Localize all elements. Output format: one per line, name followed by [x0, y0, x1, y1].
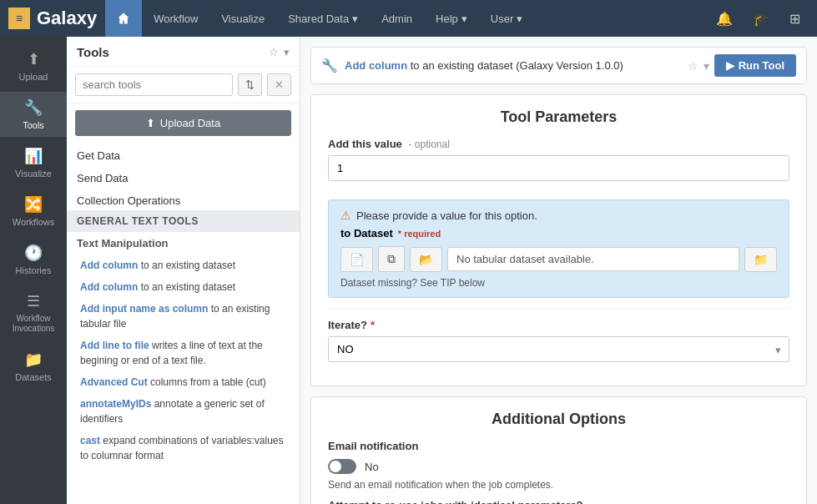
- tool-link-2[interactable]: Add input name as column: [80, 303, 208, 315]
- iterate-label: Iterate? *: [328, 319, 789, 331]
- sidebar-item-upload[interactable]: ⬆ Upload: [0, 43, 67, 88]
- dataset-file-icon-button[interactable]: 📄: [340, 247, 373, 272]
- add-value-label: Add this value - optional: [328, 138, 789, 150]
- iterate-required-star: *: [371, 319, 375, 331]
- iterate-select-wrapper: NO YES ▾: [328, 336, 789, 362]
- list-item[interactable]: Add input name as column to an existing …: [67, 298, 300, 335]
- tool-more-button[interactable]: ▾: [704, 59, 709, 73]
- email-toggle-row: No: [328, 459, 789, 474]
- tool-link-3[interactable]: Add line to file: [80, 340, 149, 351]
- nav-right-icons: 🔔 🎓 ⊞: [708, 0, 809, 37]
- graduation-icon[interactable]: 🎓: [744, 0, 778, 37]
- list-item[interactable]: Add column to an existing dataset: [67, 255, 300, 276]
- upload-btn-label: Upload Data: [160, 117, 220, 129]
- to-dataset-row: to Dataset * required: [340, 227, 777, 239]
- apps-icon[interactable]: ⊞: [781, 0, 809, 37]
- upload-data-button[interactable]: ⬆ Upload Data: [75, 110, 291, 136]
- sidebar-label-workflows: Workflows: [13, 217, 55, 227]
- workflows-icon: 🔀: [24, 195, 43, 214]
- email-notification-label: Email notification: [328, 440, 789, 452]
- tool-bar-desc: to an existing dataset (Galaxy Version 1…: [407, 59, 623, 72]
- nav-item-workflow[interactable]: Workflow: [142, 0, 209, 37]
- alert-icon: ⚠: [340, 209, 351, 222]
- nav-item-visualize[interactable]: Visualize: [209, 0, 276, 37]
- sidebar-item-tools[interactable]: 🔧 Tools: [0, 92, 67, 137]
- add-value-field: Add this value - optional: [328, 138, 789, 189]
- user-dropdown-icon: ▾: [517, 13, 522, 25]
- tool-parameters-card: Tool Parameters Add this value - optiona…: [310, 94, 807, 386]
- help-dropdown-icon: ▾: [461, 13, 467, 25]
- visualize-icon: 📊: [24, 147, 43, 165]
- sidebar-item-datasets[interactable]: 📁 Datasets: [0, 344, 67, 389]
- search-input[interactable]: [75, 73, 233, 96]
- brand: ≡ Galaxy: [8, 8, 97, 29]
- category-send-data[interactable]: Send Data: [67, 165, 300, 188]
- section-divider: [328, 308, 789, 309]
- email-description: Send an email notification when the job …: [328, 479, 789, 491]
- nav-item-user[interactable]: User ▾: [479, 0, 534, 37]
- nav-items: Workflow Visualize Shared Data ▾ Admin H…: [142, 0, 708, 37]
- tool-link-5[interactable]: annotateMyIDs: [80, 398, 151, 410]
- additional-options-title: Additional Options: [328, 411, 789, 428]
- nav-item-admin[interactable]: Admin: [370, 0, 424, 37]
- upload-icon: ⬆: [28, 50, 40, 68]
- run-icon: ▶: [726, 59, 734, 72]
- search-button[interactable]: ⇅: [238, 73, 262, 96]
- tool-link-1[interactable]: Add column: [80, 281, 138, 293]
- tool-link-6[interactable]: cast: [80, 435, 100, 446]
- home-nav-item[interactable]: [105, 0, 142, 37]
- tool-bar-link[interactable]: Add column: [345, 59, 407, 72]
- tool-link-0[interactable]: Add column: [80, 260, 138, 271]
- tool-star-button[interactable]: ☆: [688, 59, 698, 73]
- list-item[interactable]: cast expand combinations of variables:va…: [67, 430, 300, 466]
- sidebar-label-workflow-invocations: WorkflowInvocations: [13, 314, 55, 334]
- tools-more-icon[interactable]: ▾: [284, 46, 290, 58]
- sidebar-item-workflows[interactable]: 🔀 Workflows: [0, 189, 67, 234]
- nav-item-shared-data[interactable]: Shared Data ▾: [276, 0, 370, 37]
- sidebar-label-datasets: Datasets: [15, 372, 51, 382]
- tools-header: Tools ☆ ▾: [67, 37, 300, 67]
- tool-desc-4: columns from a table (cut): [148, 376, 266, 388]
- dataset-folder-icon-button[interactable]: 📂: [410, 247, 442, 272]
- notification-icon[interactable]: 🔔: [708, 0, 741, 37]
- params-title: Tool Parameters: [328, 108, 789, 126]
- sidebar-item-histories[interactable]: 🕐 Histories: [0, 237, 67, 282]
- dataset-open-button[interactable]: 📁: [744, 247, 777, 272]
- dataset-copy-icon-button[interactable]: ⧉: [378, 246, 405, 272]
- tool-desc-0: to an existing dataset: [138, 260, 235, 271]
- brand-icon: ≡: [8, 8, 30, 29]
- alert-text: Please provide a value for this option.: [356, 209, 537, 222]
- to-dataset-label: to Dataset: [340, 227, 393, 239]
- alert-row: ⚠ Please provide a value for this option…: [340, 209, 777, 222]
- navbar: ≡ Galaxy Workflow Visualize Shared Data …: [0, 0, 817, 37]
- tool-link-4[interactable]: Advanced Cut: [80, 376, 148, 388]
- nav-item-help[interactable]: Help ▾: [424, 0, 479, 37]
- sidebar-item-workflow-invocations[interactable]: ☰ WorkflowInvocations: [0, 285, 67, 340]
- tools-panel-title: Tools: [77, 45, 109, 59]
- iterate-field: Iterate? * NO YES ▾: [328, 319, 789, 362]
- add-value-input[interactable]: [328, 155, 789, 181]
- tool-bar-actions: ☆ ▾ ▶ Run Tool: [688, 54, 796, 77]
- category-get-data[interactable]: Get Data: [67, 143, 300, 165]
- tool-bar-wrench-icon: 🔧: [321, 58, 338, 73]
- run-tool-button[interactable]: ▶ Run Tool: [714, 54, 796, 77]
- sidebar-item-visualize[interactable]: 📊 Visualize: [0, 140, 67, 185]
- category-collection-operations[interactable]: Collection Operations: [67, 188, 300, 210]
- list-item[interactable]: Advanced Cut columns from a table (cut): [67, 371, 300, 393]
- list-item[interactable]: annotateMyIDs annotate a generic set of …: [67, 393, 300, 430]
- tool-desc-6: expand combinations of variables:values …: [80, 435, 284, 461]
- tool-desc-1: to an existing dataset: [138, 281, 235, 293]
- email-notification-toggle[interactable]: [328, 459, 356, 474]
- sidebar-label-histories: Histories: [16, 265, 52, 275]
- list-item[interactable]: Add column to an existing dataset: [67, 276, 300, 298]
- sidebar: ⬆ Upload 🔧 Tools 📊 Visualize 🔀 Workflows…: [0, 37, 67, 504]
- toggle-knob: [330, 461, 341, 472]
- workflow-invocations-icon: ☰: [27, 292, 40, 310]
- histories-icon: 🕐: [24, 244, 43, 262]
- list-item[interactable]: Add line to file writes a line of text a…: [67, 335, 300, 371]
- dataset-select-dropdown[interactable]: No tabular dataset available.: [447, 247, 739, 271]
- iterate-select[interactable]: NO YES: [328, 336, 789, 362]
- main-layout: ⬆ Upload 🔧 Tools 📊 Visualize 🔀 Workflows…: [0, 37, 817, 504]
- tools-star-icon[interactable]: ☆: [269, 46, 279, 58]
- search-clear-button[interactable]: ✕: [267, 73, 291, 96]
